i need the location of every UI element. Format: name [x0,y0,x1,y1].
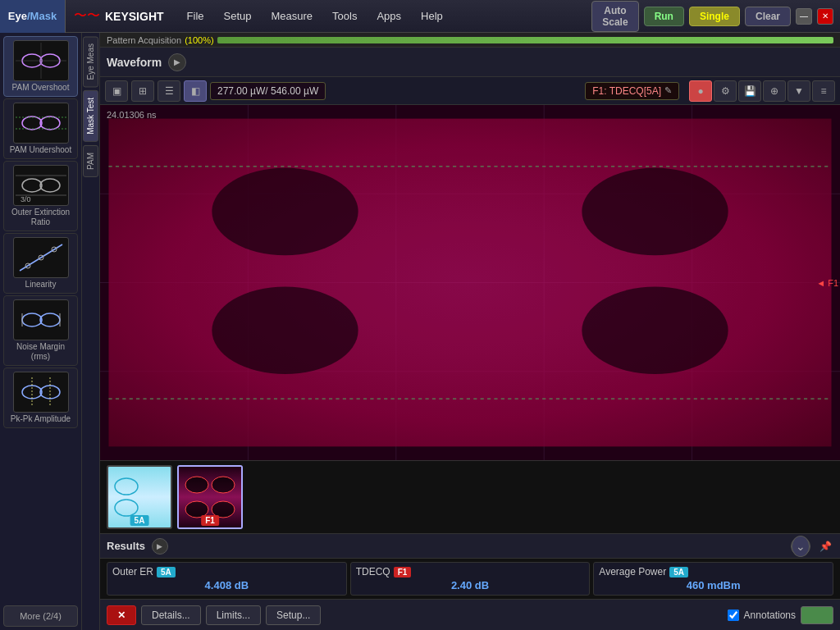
svg-point-40 [212,168,358,256]
power-value2: 546.00 µW [271,85,318,97]
brand-section: 〜〜 KEYSIGHT [66,7,172,25]
svg-rect-5 [16,105,66,141]
f1-marker: ◄ F1 [816,278,838,288]
close-measurement-button[interactable]: ✕ [107,605,136,625]
menu-measure[interactable]: Measure [263,7,322,25]
pam-undershoot-icon [13,103,69,144]
sidebar-label-linearity: Linearity [25,280,57,290]
view-mode-list-button[interactable]: ☰ [158,80,180,102]
color-palette-button[interactable]: ● [689,80,712,102]
sidebar-label-noise-margin: Noise Margin (rms) [7,342,74,362]
clear-button[interactable]: Clear [745,7,791,26]
svg-rect-44 [108,119,831,447]
svg-point-43 [582,286,728,374]
results-table: Outer ER 5A 4.408 dB TDECQ F1 2.40 dB Av… [100,559,840,599]
pattern-acquisition-bar: Pattern Acquisition (100%) [100,33,840,48]
tab-pam[interactable]: PAM [83,145,98,177]
annotations-label: Annotations [744,609,796,621]
menu-help[interactable]: Help [413,7,451,25]
view-mode-scope-button[interactable]: ◧ [184,80,207,102]
menu-dots-button[interactable]: ≡ [812,80,835,102]
results-play-button[interactable]: ▶ [152,538,168,555]
thumbnail-strip: 5A F1 [100,460,840,534]
view-mode-single-button[interactable]: ▣ [105,80,128,102]
menu-file[interactable]: File [179,7,212,25]
brand-name-text: KEYSIGHT [105,10,164,23]
left-sidebar: PAM Overshoot PAM Undershoot [0,33,82,630]
power-value1: 277.00 µW/ [217,85,268,97]
collapse-icon: ⌄ [792,536,810,557]
result-cell-avg-power: Average Power 5A 460 mdBm [593,562,833,596]
waveform-play-button[interactable]: ▶ [168,53,186,71]
progress-bar [217,37,833,43]
keysight-logo-waves: 〜〜 [74,7,100,25]
sidebar-label-pkpk-amp: Pk-Pk Amplitude [11,414,71,424]
results-collapse-button[interactable]: ⌄ [791,536,810,556]
waveform-header: Waveform ▶ [100,48,840,77]
details-button[interactable]: Details... [141,605,201,625]
more-button[interactable]: More (2/4) [3,605,78,627]
noise-margin-icon [13,299,69,340]
svg-point-41 [212,286,358,374]
thumbnail-5a[interactable]: 5A [107,465,172,529]
tab-mask-test[interactable]: Mask Test [83,90,98,142]
close-window-button[interactable]: ✕ [817,8,833,25]
autoscale-button[interactable]: AutoScale [591,1,638,32]
f1-label-text: F1: TDECQ[5A] [592,85,661,97]
display-controls: ● ⚙ 💾 ⊕ ▼ ≡ [689,80,835,102]
menu-bar: File Setup Measure Tools Apps Help [179,7,451,25]
setup-button[interactable]: Setup... [266,605,321,625]
outer-er-value: 4.408 dB [112,579,341,591]
single-button[interactable]: Single [689,7,740,26]
annotations-checkbox[interactable] [728,609,739,621]
sidebar-item-linearity[interactable]: Linearity [3,233,78,294]
menu-setup[interactable]: Setup [216,7,260,25]
edit-icon[interactable]: ✎ [664,85,672,96]
outer-er-name: Outer ER [112,566,153,578]
toolbar-right: AutoScale Run Single Clear — ✕ [591,1,840,32]
more-options-button[interactable]: ▼ [788,80,810,102]
annotations-group: Annotations [728,606,833,624]
tab-eye-meas[interactable]: Eye Meas [83,36,98,87]
svg-rect-26 [16,374,66,410]
annotations-color-swatch[interactable] [801,606,833,624]
action-bar: ✕ Details... Limits... Setup... Annotati… [100,599,840,630]
sidebar-item-pam-undershoot[interactable]: PAM Undershoot [3,98,78,159]
svg-text:3/0: 3/0 [21,195,31,203]
move-button[interactable]: ⊕ [763,80,786,102]
tdecq-value: 2.40 dB [356,579,585,591]
avg-power-badge: 5A [669,567,688,578]
measurement-toolbar: ▣ ⊞ ☰ ◧ 277.00 µW/ 546.00 µW F1: TDECQ[5… [100,77,840,105]
minimize-button[interactable]: — [796,8,812,25]
pin-button[interactable]: 📌 [817,538,833,555]
thumbnail-f1[interactable]: F1 [177,465,243,529]
avg-power-name: Average Power [599,566,666,578]
sidebar-item-pkpk-amp[interactable]: Pk-Pk Amplitude [3,368,78,428]
sidebar-item-outer-er[interactable]: 3/0 Outer Extinction Ratio [3,161,78,231]
linearity-icon [13,237,69,278]
results-row: Outer ER 5A 4.408 dB TDECQ F1 2.40 dB Av… [107,562,833,596]
settings-button[interactable]: ⚙ [714,80,737,102]
scope-display: 24.01306 ns ◄ F1 [100,105,840,460]
sidebar-label-outer-er: Outer Extinction Ratio [7,208,74,227]
save-button[interactable]: 💾 [738,80,761,102]
sidebar-item-pam-overshoot[interactable]: PAM Overshoot [3,36,78,97]
scope-grid [100,105,840,460]
menu-tools[interactable]: Tools [324,7,365,25]
sidebar-item-noise-margin[interactable]: Noise Margin (rms) [3,295,78,366]
run-button[interactable]: Run [644,7,684,26]
svg-point-48 [115,500,138,516]
result-cell-tdecq: TDECQ F1 2.40 dB [350,562,591,596]
thumbnail-5a-tag: 5A [130,515,149,526]
result-cell-outer-er: Outer ER 5A 4.408 dB [107,562,347,596]
vertical-tabs: Eye Meas Mask Test PAM [82,33,100,630]
app-logo[interactable]: Eye/Mask [0,0,66,33]
title-bar: Eye/Mask 〜〜 KEYSIGHT File Setup Measure … [0,0,840,33]
svg-rect-39 [108,119,831,447]
limits-button[interactable]: Limits... [206,605,261,625]
pam-overshoot-icon [13,40,69,81]
time-label: 24.01306 ns [107,110,157,120]
menu-apps[interactable]: Apps [368,7,409,25]
waveform-label: Waveform [107,56,162,69]
view-mode-grid-button[interactable]: ⊞ [131,80,154,102]
